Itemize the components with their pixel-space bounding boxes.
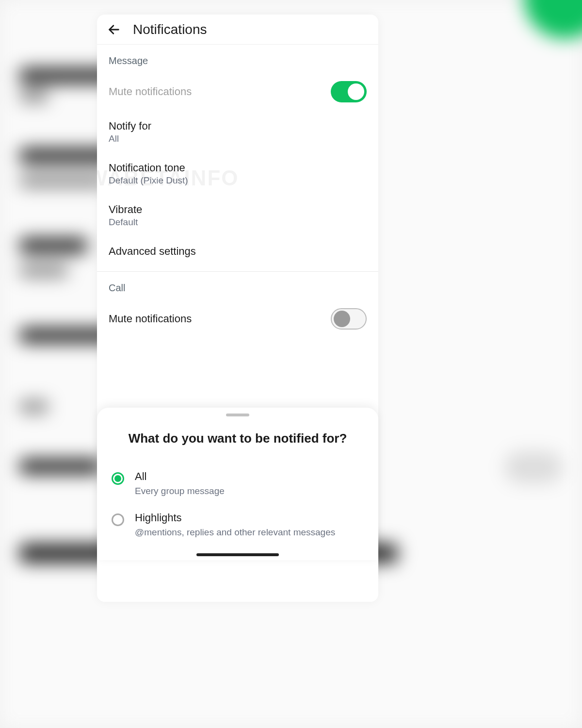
radio-desc: @mentions, replies and other relevant me… (135, 526, 364, 539)
notification-tone-row[interactable]: Notification tone Default (Pixie Dust) (97, 153, 378, 195)
home-indicator[interactable] (196, 553, 279, 556)
advanced-label: Advanced settings (109, 245, 367, 258)
sheet-drag-handle[interactable] (226, 414, 249, 416)
mute-call-toggle[interactable] (331, 308, 367, 330)
section-header-call: Call (97, 272, 378, 299)
vibrate-row[interactable]: Vibrate Default (97, 195, 378, 236)
radio-option-all[interactable]: All Every group message (97, 463, 378, 505)
tone-label: Notification tone (109, 162, 367, 174)
radio-option-highlights[interactable]: Highlights @mentions, replies and other … (97, 505, 378, 546)
notify-for-row[interactable]: Notify for All (97, 111, 378, 153)
mute-notifications-message-row[interactable]: Mute notifications (97, 72, 378, 111)
mute-message-toggle[interactable] (331, 81, 367, 102)
sheet-title: What do you want to be notified for? (97, 431, 378, 446)
radio-label: Highlights (135, 512, 364, 524)
vibrate-value: Default (109, 217, 367, 228)
mute-label: Mute notifications (109, 85, 331, 98)
mute-notifications-call-row[interactable]: Mute notifications (97, 299, 378, 338)
radio-label: All (135, 470, 364, 483)
vibrate-label: Vibrate (109, 203, 367, 216)
tone-value: Default (Pixie Dust) (109, 175, 367, 186)
back-icon[interactable] (107, 22, 121, 37)
section-header-message: Message (97, 45, 378, 72)
notify-for-bottom-sheet: What do you want to be notified for? All… (97, 408, 378, 560)
radio-desc: Every group message (135, 485, 364, 498)
page-title: Notifications (133, 22, 207, 37)
advanced-settings-row[interactable]: Advanced settings (97, 236, 378, 266)
radio-icon (112, 513, 124, 526)
radio-icon (112, 472, 124, 485)
mute-call-label: Mute notifications (109, 313, 331, 325)
notify-for-value: All (109, 133, 367, 144)
notify-for-label: Notify for (109, 120, 367, 132)
header-bar: Notifications (97, 15, 378, 45)
